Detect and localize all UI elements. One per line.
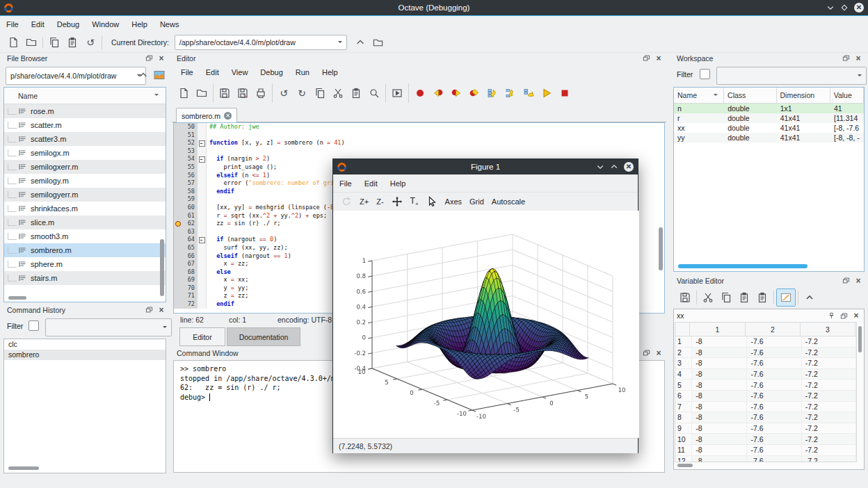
open-file-icon[interactable] [22,34,40,51]
cell[interactable]: -7.2 [802,358,856,368]
history-filter-combo[interactable] [45,318,172,336]
column-header-class[interactable]: Class [724,88,776,103]
workspace-row[interactable]: ndouble1x141 [674,104,864,113]
cell[interactable]: -8 [692,348,747,358]
step-out-icon[interactable] [520,85,538,101]
close-icon[interactable]: ✕ [624,162,634,172]
figure-menu-help[interactable]: Help [384,174,412,192]
cell[interactable]: -8 [692,434,747,444]
new-script-icon[interactable] [4,34,22,51]
main-menu-file[interactable]: File [0,16,25,33]
file-row[interactable]: smooth3.m [4,229,166,243]
file-list-vscrollbar[interactable] [160,239,164,296]
next-breakpoint-icon[interactable] [447,85,465,101]
fold-collapse-icon[interactable] [199,140,205,147]
file-row[interactable]: sphere.m [4,257,166,271]
open-file-icon[interactable] [193,85,211,101]
print-icon[interactable] [252,85,270,101]
titlebar[interactable]: Octave (Debugging) ✕ [0,0,868,15]
copy-icon[interactable] [717,289,735,306]
maximize-icon[interactable] [840,3,849,12]
code-line[interactable]: 50## Author: jwe [174,123,664,131]
table-row[interactable]: 8-8-7.6-7.2 [675,412,856,423]
main-menu-news[interactable]: News [154,16,186,33]
workspace-row[interactable]: rdouble41x41[11.314 [674,113,864,123]
paste-icon[interactable] [63,34,81,51]
plot-icon[interactable] [776,288,796,307]
file-row[interactable]: scatter3.m [4,132,166,146]
main-menu-window[interactable]: Window [86,16,125,33]
tab-sombrero[interactable]: sombrero.m ✕ [176,108,237,123]
file-row[interactable]: semilogxerr.m [4,160,166,174]
table-row[interactable]: 5-8-7.6-7.2 [675,380,856,391]
file-row[interactable]: shrinkfaces.m [4,202,166,215]
maximize-icon[interactable] [610,163,618,171]
file-row[interactable]: semilogy.m [4,174,166,188]
cell[interactable]: -7.6 [747,336,801,347]
copy-icon[interactable] [45,34,63,51]
main-menu-debug[interactable]: Debug [51,16,86,33]
up-directory-icon[interactable] [351,34,369,51]
xx-table[interactable]: 123 1-8-7.6-7.22-8-7.6-7.23-8-7.6-7.24-8… [675,322,857,462]
redo-icon[interactable]: ↻ [293,85,311,101]
file-row[interactable]: semilogx.m [4,146,166,160]
figure-canvas-area[interactable] [333,211,638,438]
new-script-icon[interactable] [175,85,193,101]
float-icon[interactable] [841,54,851,63]
main-menu-help[interactable]: Help [125,16,154,33]
copy-icon[interactable] [311,85,329,101]
table-row[interactable]: 9-8-7.6-7.2 [675,423,856,434]
fold-collapse-icon[interactable] [199,237,205,243]
pan-icon[interactable] [392,196,403,207]
workspace-table-header[interactable]: NameClassDimensionValue [674,88,864,104]
cell[interactable]: -8 [692,380,747,390]
continue-icon[interactable] [538,85,556,101]
cell[interactable]: -7.6 [747,434,801,444]
float-icon[interactable] [839,311,849,320]
table-row[interactable]: 12-8-7.6-7.2 [675,456,856,462]
table-row[interactable]: 4-8-7.6-7.2 [675,369,856,380]
xx-vscrollbar[interactable] [858,326,862,352]
file-list-hscrollbar[interactable] [8,296,26,300]
save-icon[interactable] [676,289,694,306]
clear-breakpoints-icon[interactable] [465,85,483,101]
cut-icon[interactable] [329,85,347,101]
cell[interactable]: -7.2 [802,434,856,444]
file-row[interactable]: semilogyerr.m [4,188,166,202]
step-icon[interactable] [483,85,501,101]
code-line[interactable]: 51 [174,131,664,140]
table-row[interactable]: 2-8-7.6-7.2 [675,348,856,359]
figure-tool-autoscale[interactable]: Autoscale [492,197,525,206]
cell[interactable]: -7.6 [747,445,801,455]
close-icon[interactable]: × [853,276,863,285]
file-row[interactable]: slice.m [4,215,166,229]
cell[interactable]: -8 [692,412,747,423]
figure-tool-z[interactable]: Z+ [360,197,369,206]
filter-checkbox[interactable] [29,320,39,331]
cell[interactable]: -7.6 [747,358,801,368]
editor-menu-edit[interactable]: Edit [200,65,225,80]
float-icon[interactable] [641,348,651,357]
figure-tool-grid[interactable]: Grid [469,197,484,206]
table-row[interactable]: 1-8-7.6-7.2 [675,336,856,348]
figure-tool-z[interactable]: Z- [376,197,383,206]
cell[interactable]: -7.6 [747,348,801,358]
file-list-header[interactable]: Name [4,88,166,104]
close-icon[interactable]: ✕ [854,3,864,13]
workspace-row[interactable]: xxdouble41x41[-8, -7.6 [674,123,864,133]
tab-documentation[interactable]: Documentation [227,327,300,346]
workspace-filter-combo[interactable] [716,67,867,85]
step-in-icon[interactable] [501,85,520,101]
column-header-3[interactable]: 3 [801,323,855,336]
float-icon[interactable] [641,54,651,63]
undo-icon[interactable]: ↺ [275,85,293,101]
filter-checkbox[interactable] [700,69,710,79]
figure-menu-edit[interactable]: Edit [358,174,384,192]
pin-icon[interactable] [826,311,836,320]
stop-icon[interactable] [556,85,574,101]
cut-icon[interactable] [699,289,717,306]
editor-vscrollbar[interactable] [659,227,663,270]
save-as-icon[interactable] [234,85,252,101]
table-row[interactable]: 10-8-7.6-7.2 [675,434,856,445]
cell[interactable]: -8 [692,445,747,455]
